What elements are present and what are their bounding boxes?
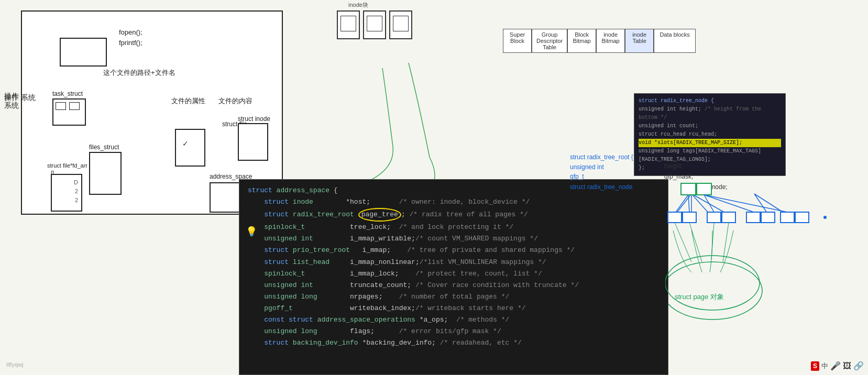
svg-line-27 [711,223,714,259]
radix-root-annotation-line2: unsigned int [570,163,604,171]
code-line-1: struct inode *host; /* owner: inode, blo… [248,196,660,208]
code-line-5: struct prio_tree_root i_mmap; /* tree of… [248,245,660,256]
brand-s-icon: S [811,361,819,371]
struct-inode-label: struct inode [238,115,270,123]
fprintf-label: fprintf(); [119,39,142,47]
mini-box-inner-2 [367,16,382,31]
os-label-text: 操作系统 [4,92,19,111]
svg-rect-11 [683,212,696,223]
height-label: height; [664,162,683,170]
tree-diagram [665,178,859,335]
brand-zh-icon: 中 [821,361,828,371]
svg-rect-13 [722,212,735,223]
radix-code-snippet: struct radix_tree_node { unsigned int he… [634,93,786,176]
watermark: illfyqwj [6,361,23,368]
files-struct-box [89,152,122,195]
code-line-4: unsigned int i_mmap_writable;/* count VM… [248,233,660,245]
radix-snippet-line2: unsigned int count; [639,122,781,130]
code-line-8: unsigned int truncate_count; /* Cover ra… [248,280,660,291]
fopen-box [60,38,107,67]
code-line-6: struct list_head i_mmap_nonlinear;/*list… [248,257,660,268]
code-line-13: struct backing_dev_info *backing_dev_inf… [248,337,660,349]
radix-snippet-line5: unsigned long tags[RADIX_TREE_MAX_TAGS][… [639,147,781,164]
code-line-2: struct radix_tree_root page_tree; /* rad… [248,208,660,222]
mini-box-1 [337,10,360,39]
svg-rect-14 [746,212,760,223]
radix-snippet-title: struct radix_tree_node { [639,97,781,105]
svg-line-19 [688,195,689,212]
fs-box-superblock: SuperBlock [503,29,532,53]
radix-snippet-highlight: void *slots[RADIX_TREE_MAP_SIZE]; [639,139,781,147]
code-line-9: unsigned long nrpages; /* number of tota… [248,291,660,303]
radix-node-annotation: struct radix_tree_node [570,183,632,191]
svg-rect-10 [668,212,682,223]
svg-line-26 [689,223,702,262]
svg-line-25 [675,223,691,262]
files-struct-label: files_struct [89,144,119,151]
code-line-12: unsigned long flags; /* error bits/gfp m… [248,326,660,337]
code-block: struct address_space { struct inode *hos… [239,179,668,375]
brand-icons: S 中 🎤 🖼 🔗 [811,361,864,371]
top-diagram-label: inode块 [348,1,368,9]
svg-point-23 [823,216,827,219]
svg-line-28 [723,223,729,262]
svg-point-24 [665,256,760,310]
fs-box-data-blocks: Data blocks [654,29,696,53]
svg-rect-9 [697,183,711,195]
brand-link-icon: 🔗 [853,361,864,371]
code-line-3: spinlock_t tree_lock; /* and lock protec… [248,222,660,233]
struct-file-fd-label: struct file*fd_arr [47,162,87,169]
brand-pic-icon: 🖼 [843,361,851,371]
bulb-icon: 💡 [246,226,257,237]
svg-rect-8 [681,183,696,195]
fs-box-inode-table: inodeTable [625,29,654,53]
file-attr-label: 文件的属性 [171,96,205,106]
radix-root-annotation-line1: struct radix_tree_root { [570,153,633,161]
radix-snippet-close: }; [639,164,781,172]
svg-line-18 [676,195,688,212]
top-mini-boxes [337,10,412,39]
mini-box-inner-3 [393,16,409,31]
radix-root-annotation-line3: gfp_t [570,173,584,180]
radix-snippet-line1: unsigned int height; /* height from the … [639,105,781,122]
code-line-7: spinlock_t i_mmap_lock; /* protect tree,… [248,268,660,280]
struct-page-label: struct page 对象 [675,292,724,302]
filepath-label: 这个文件的路径+文件名 [103,68,175,78]
fopen-label: fopen(); [119,28,142,36]
radix-snippet-line3: struct rcu_head rcu_head; [639,130,781,139]
task-struct-label: task_struct [52,90,83,97]
fs-box-block-bitmap: BlockBitmap [567,29,596,53]
svg-rect-17 [795,212,809,223]
code-line-11: const struct address_space_operations *a… [248,314,660,326]
fs-box-group-descriptor: GroupDescriptorTable [532,29,567,53]
struct-inode-box [238,123,268,161]
svg-rect-12 [707,212,721,223]
mini-box-inner-1 [340,16,356,31]
struct-file-fd-box: D 2 2 [51,174,82,212]
fs-boxes-row: SuperBlock GroupDescriptorTable BlockBit… [503,29,696,53]
address-space-box [210,182,240,213]
mini-box-3 [389,10,412,39]
brand-mic-icon: 🎤 [830,361,841,371]
task-inner1 [56,102,66,110]
task-inner2 [69,102,80,110]
mini-box-2 [363,10,386,39]
struct-file-right-box: ✓ [175,129,205,167]
file-content-label: 文件的内容 [218,96,252,106]
fs-box-inode-bitmap: inodeBitmap [596,29,625,53]
svg-rect-15 [761,212,775,223]
task-struct-box [52,98,86,126]
check-mark: ✓ [182,139,189,148]
svg-rect-16 [781,212,794,223]
code-line-10: pgoff_t writeback_index;/* writeback sta… [248,303,660,314]
